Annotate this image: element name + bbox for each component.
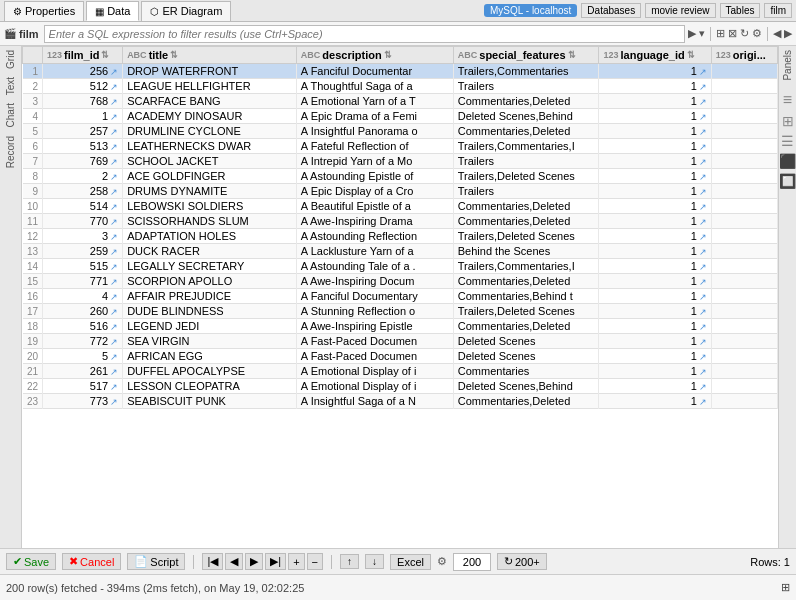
table-row[interactable]: 8 2↗ ACE GOLDFINGER A Astounding Epistle…: [23, 169, 778, 184]
cell-description[interactable]: A Intrepid Yarn of a Mo: [296, 154, 453, 169]
cell-film_id[interactable]: 2↗: [43, 169, 123, 184]
table-row[interactable]: 21 261↗ DUFFEL APOCALYPSE A Emotional Di…: [23, 364, 778, 379]
cell-orig[interactable]: [711, 334, 777, 349]
cell-orig[interactable]: [711, 199, 777, 214]
cell-orig[interactable]: [711, 229, 777, 244]
cell-special_features[interactable]: Behind the Scenes: [453, 244, 599, 259]
cell-language_id[interactable]: 1↗: [599, 244, 711, 259]
cell-film_id[interactable]: 5↗: [43, 349, 123, 364]
cell-language_id[interactable]: 1↗: [599, 304, 711, 319]
chart-label[interactable]: Chart: [3, 99, 18, 131]
cell-film_id[interactable]: 514↗: [43, 199, 123, 214]
cell-special_features[interactable]: Trailers: [453, 154, 599, 169]
cell-title[interactable]: LESSON CLEOPATRA: [123, 379, 297, 394]
cell-description[interactable]: A Lacklusture Yarn of a: [296, 244, 453, 259]
right-icon2[interactable]: ⊞: [782, 113, 794, 129]
cell-title[interactable]: ADAPTATION HOLES: [123, 229, 297, 244]
cell-special_features[interactable]: Trailers,Deleted Scenes: [453, 304, 599, 319]
cell-description[interactable]: A Fanciful Documentar: [296, 64, 453, 79]
cell-language_id[interactable]: 1↗: [599, 184, 711, 199]
table-row[interactable]: 7 769↗ SCHOOL JACKET A Intrepid Yarn of …: [23, 154, 778, 169]
cell-description[interactable]: A Awe-Inspiring Docum: [296, 274, 453, 289]
cell-film_id[interactable]: 512↗: [43, 79, 123, 94]
right-icon1[interactable]: ≡: [783, 91, 792, 109]
cell-special_features[interactable]: Commentaries,Deleted: [453, 214, 599, 229]
tab-properties[interactable]: ⚙ Properties: [4, 1, 84, 21]
cell-special_features[interactable]: Trailers,Commentaries: [453, 64, 599, 79]
cell-special_features[interactable]: Trailers,Deleted Scenes: [453, 229, 599, 244]
film-tab[interactable]: film: [764, 3, 792, 18]
tab-data[interactable]: ▦ Data: [86, 1, 139, 21]
cell-film_id[interactable]: 772↗: [43, 334, 123, 349]
cell-description[interactable]: A Thoughtful Saga of a: [296, 79, 453, 94]
cell-special_features[interactable]: Trailers,Commentaries,I: [453, 139, 599, 154]
cell-description[interactable]: A Awe-Inspiring Drama: [296, 214, 453, 229]
tables-dropdown[interactable]: Tables: [720, 3, 761, 18]
cell-description[interactable]: A Beautiful Epistle of a: [296, 199, 453, 214]
review-tag[interactable]: movie review: [645, 3, 715, 18]
infobar-icon[interactable]: ⊞: [781, 581, 790, 594]
cell-special_features[interactable]: Commentaries: [453, 364, 599, 379]
cell-language_id[interactable]: 1↗: [599, 379, 711, 394]
table-row[interactable]: 13 259↗ DUCK RACER A Lacklusture Yarn of…: [23, 244, 778, 259]
cell-special_features[interactable]: Commentaries,Deleted: [453, 274, 599, 289]
cancel-button[interactable]: ✖ Cancel: [62, 553, 121, 570]
nav-left-icon[interactable]: ◀: [773, 27, 781, 40]
export-button[interactable]: ↑: [340, 554, 359, 569]
zoom-input[interactable]: [453, 553, 491, 571]
cell-orig[interactable]: [711, 79, 777, 94]
cell-language_id[interactable]: 1↗: [599, 94, 711, 109]
cell-title[interactable]: ACADEMY DINOSAUR: [123, 109, 297, 124]
server-badge[interactable]: MySQL - localhost: [484, 4, 577, 17]
cell-language_id[interactable]: 1↗: [599, 139, 711, 154]
cell-language_id[interactable]: 1↗: [599, 259, 711, 274]
cell-description[interactable]: A Stunning Reflection o: [296, 304, 453, 319]
cell-title[interactable]: LEATHERNECKS DWAR: [123, 139, 297, 154]
script-button[interactable]: 📄 Script: [127, 553, 185, 570]
cell-film_id[interactable]: 258↗: [43, 184, 123, 199]
table-row[interactable]: 17 260↗ DUDE BLINDNESS A Stunning Reflec…: [23, 304, 778, 319]
cell-film_id[interactable]: 769↗: [43, 154, 123, 169]
save-button[interactable]: ✔ Save: [6, 553, 56, 570]
cell-title[interactable]: DRUMLINE CYCLONE: [123, 124, 297, 139]
nav-right-icon[interactable]: ▶: [784, 27, 792, 40]
right-icon5[interactable]: 🔲: [779, 173, 796, 189]
cell-title[interactable]: DROP WATERFRONT: [123, 64, 297, 79]
table-row[interactable]: 1 256↗ DROP WATERFRONT A Fanciful Docume…: [23, 64, 778, 79]
cell-special_features[interactable]: Trailers,Deleted Scenes: [453, 169, 599, 184]
cell-orig[interactable]: [711, 169, 777, 184]
table-row[interactable]: 20 5↗ AFRICAN EGG A Fast-Paced Documen D…: [23, 349, 778, 364]
cell-title[interactable]: LEGALLY SECRETARY: [123, 259, 297, 274]
cell-orig[interactable]: [711, 139, 777, 154]
cell-special_features[interactable]: Trailers: [453, 79, 599, 94]
table-row[interactable]: 10 514↗ LEBOWSKI SOLDIERS A Beautiful Ep…: [23, 199, 778, 214]
cell-title[interactable]: DUCK RACER: [123, 244, 297, 259]
cell-special_features[interactable]: Commentaries,Deleted: [453, 199, 599, 214]
cell-film_id[interactable]: 260↗: [43, 304, 123, 319]
right-icon4[interactable]: ⬛: [779, 153, 796, 169]
table-row[interactable]: 3 768↗ SCARFACE BANG A Emotional Yarn of…: [23, 94, 778, 109]
cell-film_id[interactable]: 515↗: [43, 259, 123, 274]
tab-er[interactable]: ⬡ ER Diagram: [141, 1, 231, 21]
col-language_id-header[interactable]: 123 language_id ⇅: [599, 47, 711, 64]
table-row[interactable]: 2 512↗ LEAGUE HELLFIGHTER A Thoughtful S…: [23, 79, 778, 94]
cell-special_features[interactable]: Commentaries,Deleted: [453, 94, 599, 109]
cell-special_features[interactable]: Deleted Scenes,Behind: [453, 109, 599, 124]
cell-special_features[interactable]: Trailers: [453, 184, 599, 199]
table-row[interactable]: 23 773↗ SEABISCUIT PUNK A Insightful Sag…: [23, 394, 778, 409]
cell-special_features[interactable]: Deleted Scenes: [453, 349, 599, 364]
table-row[interactable]: 12 3↗ ADAPTATION HOLES A Astounding Refl…: [23, 229, 778, 244]
cell-title[interactable]: SCHOOL JACKET: [123, 154, 297, 169]
cell-orig[interactable]: [711, 259, 777, 274]
first-btn[interactable]: |◀: [202, 553, 223, 570]
refresh-icon[interactable]: ↻: [740, 27, 749, 40]
cell-film_id[interactable]: 768↗: [43, 94, 123, 109]
cell-film_id[interactable]: 770↗: [43, 214, 123, 229]
cell-special_features[interactable]: Deleted Scenes,Behind: [453, 379, 599, 394]
cell-description[interactable]: A Astounding Tale of a .: [296, 259, 453, 274]
refresh-count-button[interactable]: ↻ 200+: [497, 553, 547, 570]
cell-title[interactable]: LEAGUE HELLFIGHTER: [123, 79, 297, 94]
cell-orig[interactable]: [711, 274, 777, 289]
cell-title[interactable]: DUFFEL APOCALYPSE: [123, 364, 297, 379]
cell-title[interactable]: DUDE BLINDNESS: [123, 304, 297, 319]
